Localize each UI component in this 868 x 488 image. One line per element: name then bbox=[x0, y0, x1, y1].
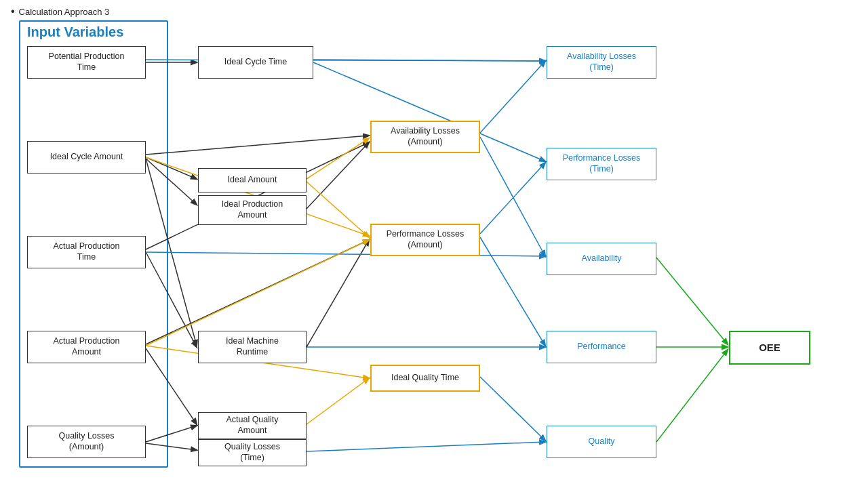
svg-line-27 bbox=[307, 182, 369, 237]
svg-line-28 bbox=[307, 378, 369, 424]
svg-line-26 bbox=[146, 240, 369, 346]
node-ideal-production-amount: Ideal ProductionAmount bbox=[198, 195, 307, 225]
node-availability-losses-time: Availability Losses(Time) bbox=[547, 46, 656, 79]
svg-line-17 bbox=[480, 163, 545, 234]
node-ideal-cycle-amount: Ideal Cycle Amount bbox=[27, 141, 146, 174]
svg-line-22 bbox=[480, 377, 545, 441]
node-availability: Availability bbox=[547, 243, 656, 275]
svg-line-24 bbox=[307, 138, 369, 179]
node-ideal-amount: Ideal Amount bbox=[198, 168, 307, 192]
svg-line-19 bbox=[480, 137, 545, 256]
svg-line-18 bbox=[146, 252, 545, 256]
svg-line-8 bbox=[146, 136, 369, 155]
svg-line-21 bbox=[480, 237, 545, 346]
node-availability-losses-amount: Availability Losses(Amount) bbox=[370, 121, 480, 153]
node-performance-losses-time: Performance Losses(Time) bbox=[547, 148, 656, 180]
node-quality: Quality bbox=[547, 426, 656, 458]
node-ideal-quality-time: Ideal Quality Time bbox=[370, 365, 480, 392]
node-actual-production-time: Actual ProductionTime bbox=[27, 236, 146, 268]
node-actual-quality-amount: Actual QualityAmount bbox=[198, 412, 307, 439]
node-quality-losses-time: Quality Losses(Time) bbox=[198, 439, 307, 466]
node-potential-production-time: Potential ProductionTime bbox=[27, 46, 146, 79]
node-actual-production-amount: Actual ProductionAmount bbox=[27, 331, 146, 363]
input-variables-label: Input Variables bbox=[27, 24, 123, 40]
node-ideal-cycle-time: Ideal Cycle Time bbox=[198, 46, 313, 79]
svg-line-12 bbox=[307, 240, 369, 347]
svg-line-9 bbox=[307, 142, 369, 209]
svg-line-32 bbox=[656, 350, 728, 442]
svg-line-30 bbox=[656, 258, 728, 344]
svg-line-11 bbox=[146, 240, 369, 344]
node-performance: Performance bbox=[547, 331, 656, 363]
svg-line-15 bbox=[480, 61, 545, 133]
svg-line-23 bbox=[307, 442, 545, 451]
bullet-icon: • bbox=[11, 5, 15, 18]
svg-line-14 bbox=[313, 60, 545, 61]
node-quality-losses-amount: Quality Losses(Amount) bbox=[27, 426, 146, 458]
node-oee: OEE bbox=[729, 331, 810, 365]
node-performance-losses-amount: Performance Losses(Amount) bbox=[370, 224, 480, 256]
node-ideal-machine-runtime: Ideal MachineRuntime bbox=[198, 331, 307, 363]
page-title: • Calculation Approach 3 bbox=[11, 5, 109, 18]
